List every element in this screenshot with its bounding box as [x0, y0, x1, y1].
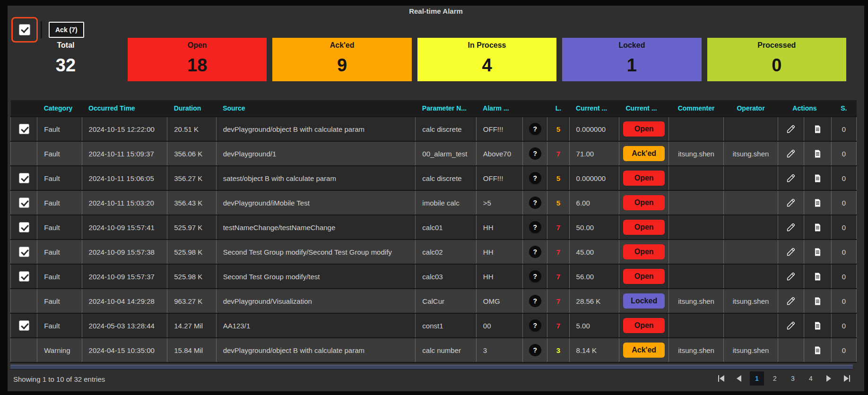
cell-category: Fault [37, 190, 82, 215]
cell-current-status: Locked [619, 289, 668, 313]
cell-duration: 356.43 K [167, 190, 216, 215]
cell-alarm: OFF!!! [476, 166, 522, 190]
document-icon[interactable] [811, 269, 825, 283]
cell-occurred-time: 2024-04-15 10:35:00 [82, 338, 167, 362]
edit-pencil-icon[interactable] [784, 122, 798, 136]
edit-pencil-icon[interactable] [784, 171, 798, 185]
col-category[interactable]: Category [37, 100, 82, 117]
row-select-cell [11, 166, 37, 190]
col-commenter[interactable]: Commenter [669, 100, 723, 117]
cell-action-log [804, 338, 831, 362]
edit-pencil-icon[interactable] [784, 294, 798, 308]
row-select-cell [11, 117, 37, 141]
cell-action-log [804, 313, 831, 338]
row-checkbox[interactable] [19, 198, 29, 208]
pagination-page-3[interactable]: 3 [786, 371, 800, 386]
cell-operator: itsung.shen [723, 338, 778, 362]
pagination: 1234 [714, 371, 854, 386]
edit-pencil-icon[interactable] [784, 220, 798, 234]
help-icon[interactable]: ? [529, 221, 541, 233]
pagination-first-button[interactable] [714, 371, 728, 386]
document-icon[interactable] [811, 122, 825, 136]
row-checkbox[interactable] [19, 320, 29, 331]
cell-category: Fault [37, 215, 82, 240]
edit-pencil-icon[interactable] [784, 196, 798, 210]
cell-category: Fault [37, 289, 82, 313]
cell-action-edit [778, 215, 804, 240]
table-row: Fault2024-10-09 15:57:41525.97 KtestName… [11, 215, 857, 240]
edit-pencil-icon[interactable] [784, 269, 798, 283]
help-icon[interactable]: ? [529, 246, 541, 258]
row-checkbox[interactable] [19, 222, 29, 232]
document-icon[interactable] [811, 196, 825, 210]
document-icon[interactable] [811, 294, 825, 308]
status-badge: Open [623, 195, 665, 210]
col-operator[interactable]: Operator [723, 100, 778, 117]
status-badge: Open [623, 121, 665, 137]
help-icon[interactable]: ? [529, 123, 541, 135]
col-occurred-time[interactable]: Occurred Time [82, 100, 167, 117]
stat-in-process: In Process4 [417, 38, 556, 81]
document-icon[interactable] [811, 220, 825, 234]
row-checkbox[interactable] [19, 124, 29, 134]
cell-help: ? [523, 141, 547, 166]
cell-current-status: Open [619, 190, 668, 215]
help-icon[interactable]: ? [529, 344, 541, 356]
help-icon[interactable]: ? [529, 319, 541, 332]
cell-parameter: calc03 [416, 264, 477, 289]
row-checkbox[interactable] [19, 173, 29, 183]
row-select-cell [11, 338, 37, 362]
pagination-last-button[interactable] [840, 371, 854, 386]
stat-ack-ed: Ack'ed9 [272, 38, 411, 81]
help-icon[interactable]: ? [529, 172, 541, 184]
table-row: Fault2024-10-04 14:29:28963.27 KdevPlayg… [11, 289, 857, 313]
col-current-status[interactable]: Current ... [619, 100, 668, 117]
stat-label: Processed [757, 41, 796, 50]
col-parameter[interactable]: Parameter N... [416, 100, 477, 117]
stat-label: Locked [618, 41, 645, 50]
level-value: 7 [556, 322, 560, 330]
cell-duration: 14.27 Mil [167, 313, 216, 338]
ack-button[interactable]: Ack (7) [49, 22, 84, 38]
cell-parameter: CalCur [416, 289, 477, 313]
cell-operator [723, 264, 778, 289]
cell-help: ? [523, 240, 547, 264]
col-level[interactable]: L. [547, 100, 569, 117]
col-current-value[interactable]: Current ... [569, 100, 619, 117]
row-checkbox[interactable] [19, 271, 29, 282]
select-all-checkbox[interactable] [19, 24, 30, 35]
document-icon[interactable] [811, 318, 825, 333]
edit-pencil-icon[interactable] [784, 245, 798, 259]
status-badge: Open [623, 171, 665, 186]
col-s[interactable]: S. [831, 100, 856, 117]
pagination-prev-button[interactable] [732, 371, 746, 386]
document-icon[interactable] [811, 343, 825, 357]
document-icon[interactable] [811, 245, 825, 259]
pagination-next-button[interactable] [822, 371, 836, 386]
col-duration[interactable]: Duration [167, 100, 216, 117]
cell-action-log [804, 117, 831, 141]
cell-help: ? [523, 117, 547, 141]
status-badge: Open [623, 220, 665, 235]
edit-pencil-icon[interactable] [784, 146, 798, 161]
table-row: Fault2024-10-09 15:57:38525.98 KSecond T… [11, 240, 857, 264]
help-icon[interactable]: ? [529, 147, 541, 160]
pagination-page-2[interactable]: 2 [768, 371, 782, 386]
col-source[interactable]: Source [216, 100, 416, 117]
help-icon[interactable]: ? [529, 197, 541, 209]
cell-help: ? [523, 264, 547, 289]
help-icon[interactable]: ? [529, 270, 541, 283]
horizontal-scrollbar[interactable] [10, 365, 853, 369]
cell-parameter: 00_alarm_test [416, 141, 477, 166]
edit-pencil-icon[interactable] [784, 318, 798, 333]
pagination-page-1[interactable]: 1 [750, 371, 764, 386]
cell-commenter: itsung.shen [669, 141, 723, 166]
help-icon[interactable]: ? [529, 295, 541, 307]
cell-parameter: calc number [416, 338, 477, 362]
col-alarm[interactable]: Alarm ... [476, 100, 522, 117]
realtime-alarm-panel: Real-time Alarm Ack (7) Total32Open18Ack… [8, 6, 864, 391]
row-checkbox[interactable] [19, 247, 29, 257]
pagination-page-4[interactable]: 4 [804, 371, 818, 386]
document-icon[interactable] [811, 171, 825, 185]
document-icon[interactable] [811, 146, 825, 161]
